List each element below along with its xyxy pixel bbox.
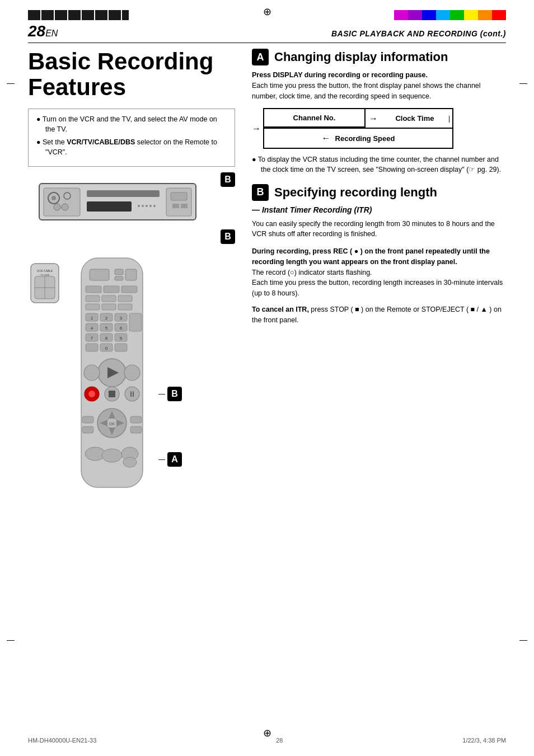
section-b-cancel: To cancel an ITR, press STOP ( ■ ) on th…	[252, 304, 506, 326]
svg-rect-59	[115, 344, 127, 351]
footer-left: HM-DH40000U-EN21-33	[28, 737, 96, 744]
diagram-channel-cell: Channel No.	[264, 109, 366, 128]
svg-rect-29	[86, 286, 101, 293]
section-a-header: A Changing display information	[252, 49, 506, 65]
swatch-1	[394, 10, 408, 20]
bold-text-selector: VCR/TV/CABLE/DBS	[67, 138, 135, 146]
bullet-list-box: Turn on the VCR and the TV, and select t…	[28, 109, 235, 167]
svg-point-10	[142, 205, 144, 207]
svg-point-9	[138, 205, 140, 207]
bullet-item-2: Set the VCR/TV/CABLE/DBS selector on the…	[36, 138, 227, 157]
section-a-body: Press DISPLAY during recording or record…	[252, 70, 506, 101]
svg-point-68	[88, 391, 95, 397]
swatch-2	[408, 10, 422, 20]
section-a-title: Changing display information	[274, 50, 448, 64]
remote-svg: 1 2 3 4 5 6 7 8	[67, 255, 157, 496]
section-a-badge: A	[252, 49, 269, 65]
section-b-title: Specifying recording length	[274, 185, 437, 200]
svg-text:5: 5	[105, 326, 108, 331]
swatch-7	[478, 10, 492, 20]
svg-rect-33	[102, 295, 116, 302]
b-badge-remote: — B	[158, 387, 182, 401]
vcr-section: B	[34, 178, 235, 227]
svg-rect-79	[130, 416, 142, 423]
display-diagram: Channel No. → Clock Time | ← Recording S…	[263, 108, 453, 149]
svg-text:7: 7	[91, 336, 93, 341]
svg-point-3	[51, 196, 56, 200]
diagram-right-border: |	[448, 115, 452, 123]
b-badge-label-top: B	[221, 172, 235, 187]
svg-text:OK: OK	[109, 422, 115, 426]
a-badge-label-remote: A	[167, 452, 182, 467]
svg-rect-27	[115, 276, 123, 280]
compass-left-top-mark: —	[7, 78, 15, 87]
section-b-subtitle: — Instant Timer Recording (ITR)	[252, 205, 506, 214]
swatch-3	[422, 10, 436, 20]
svg-rect-37	[118, 304, 132, 310]
svg-rect-36	[102, 304, 116, 310]
footer-center: 28	[276, 737, 283, 744]
svg-rect-15	[171, 192, 187, 200]
svg-rect-78	[82, 416, 93, 423]
compass-left-bottom-mark: —	[7, 635, 15, 644]
svg-rect-35	[86, 304, 100, 310]
compass-right-mark: —	[519, 78, 527, 87]
top-color-bar-right	[394, 10, 506, 20]
svg-rect-57	[86, 344, 98, 351]
svg-text:8: 8	[105, 336, 108, 341]
svg-text:•TV /DBS: •TV /DBS	[40, 274, 50, 276]
svg-text:2: 2	[105, 316, 108, 321]
svg-point-64	[124, 365, 140, 381]
svg-point-6	[62, 204, 68, 210]
diagram-top-row: Channel No. → Clock Time |	[264, 109, 452, 128]
display-diagram-container: → Channel No. → Clock Time | ←	[252, 108, 506, 149]
page-number: 28EN	[28, 22, 58, 40]
svg-text:3: 3	[120, 316, 123, 321]
right-column: A Changing display information Press DIS…	[252, 49, 506, 497]
svg-text:VCR CABLE: VCR CABLE	[37, 269, 53, 273]
svg-point-5	[54, 204, 60, 210]
svg-rect-28	[125, 269, 137, 280]
section-b-cancel-bold: To cancel an ITR,	[252, 306, 309, 313]
svg-rect-47	[129, 313, 142, 331]
bullet-item-1: Turn on the VCR and the TV, and select t…	[36, 115, 227, 134]
swatch-5	[450, 10, 464, 20]
section-a-note: To display the VCR status including the …	[252, 154, 506, 175]
b-badge-label-bottom: B	[221, 229, 235, 244]
section-b-instruction-text1: The record (○) indicator starts flashing…	[252, 267, 506, 278]
page-container: ⊕ — — 28EN BASIC PLAYBACK AND RECORDING …	[0, 0, 534, 756]
svg-rect-16	[172, 204, 179, 208]
a-badge-remote: — A	[158, 452, 182, 467]
svg-rect-80	[82, 426, 93, 433]
svg-point-83	[102, 449, 122, 462]
swatch-8	[492, 10, 506, 20]
diagram-arrow-row: → Channel No. → Clock Time | ←	[252, 108, 506, 149]
bottom-arrow-back: ←	[322, 133, 331, 143]
svg-text:9: 9	[120, 336, 123, 341]
swatch-6	[464, 10, 478, 20]
section-b-instruction: During recording, press REC ( ● ) on the…	[252, 246, 506, 299]
diagram-recording-speed-cell: Recording Speed	[335, 134, 395, 143]
diagram-right-section: → Clock Time |	[366, 109, 452, 128]
svg-rect-17	[181, 204, 188, 208]
section-b-intro: You can easily specify the recording len…	[252, 219, 506, 240]
svg-rect-31	[121, 286, 137, 293]
compass-top-mark: ⊕	[263, 6, 271, 18]
small-selector-widget: VCR CABLE •TV /DBS	[28, 261, 62, 497]
main-content: Basic Recording Features Turn on the VCR…	[28, 49, 506, 497]
svg-text:⏸: ⏸	[128, 389, 136, 398]
section-a-intro-bold: Press DISPLAY during recording or record…	[252, 71, 428, 79]
b-badge-vcr-top: B	[221, 172, 235, 187]
svg-rect-81	[130, 426, 142, 433]
svg-rect-7	[87, 190, 160, 197]
svg-text:4: 4	[91, 326, 93, 331]
selector-widget-svg: VCR CABLE •TV /DBS	[28, 261, 62, 306]
vcr-illustration	[34, 178, 202, 226]
remote-control-wrapper: 1 2 3 4 5 6 7 8	[67, 255, 157, 497]
section-b: B Specifying recording length — Instant …	[252, 184, 506, 326]
page-header: 28EN BASIC PLAYBACK AND RECORDING (cont.…	[28, 22, 506, 43]
section-b-body: You can easily specify the recording len…	[252, 219, 506, 240]
svg-point-13	[153, 205, 156, 207]
svg-rect-34	[118, 295, 132, 302]
svg-rect-32	[86, 295, 100, 302]
